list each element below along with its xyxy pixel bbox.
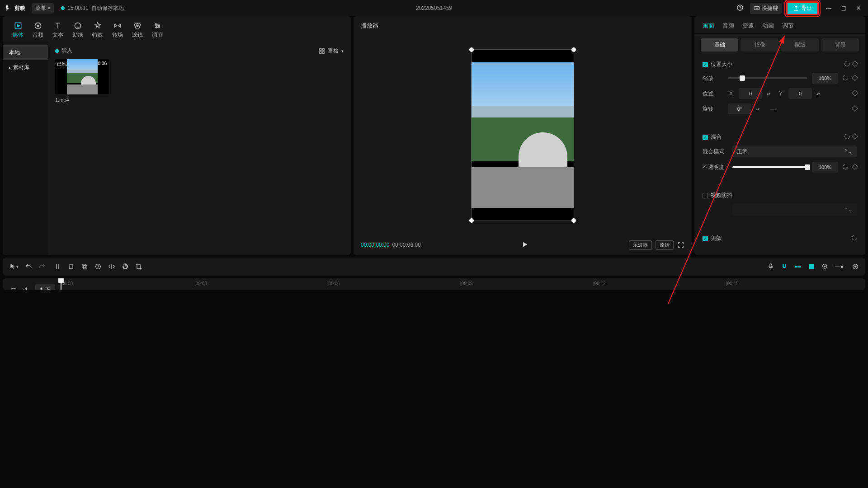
svg-rect-17 — [322, 52, 324, 53]
svg-rect-21 — [82, 264, 86, 268]
tab-audio-label: 音频 — [33, 31, 43, 39]
position-y-input[interactable]: 0 — [788, 88, 812, 99]
tab-transition[interactable]: 转场 — [112, 21, 123, 42]
zoom-out-icon[interactable] — [821, 263, 829, 270]
checkbox-blend[interactable]: ✓ — [703, 135, 708, 140]
opacity-value[interactable]: 100% — [812, 162, 838, 173]
undo-icon[interactable] — [25, 263, 32, 270]
keyframe-icon[interactable] — [853, 61, 857, 68]
blend-mode-select[interactable]: 正常 ⌃⌄ — [732, 145, 857, 157]
original-ratio-button[interactable]: 原始 — [656, 240, 674, 250]
cover-button[interactable]: 封面 — [35, 284, 55, 291]
y-stepper[interactable]: ▴▾ — [816, 92, 823, 96]
svg-rect-2 — [754, 7, 760, 10]
chevron-down-icon: ▾ — [341, 49, 344, 53]
shortcut-button[interactable]: 快捷键 — [750, 3, 782, 14]
sidebar-item-local[interactable]: 本地 — [3, 45, 48, 60]
tab-sticker[interactable]: 贴纸 — [72, 21, 83, 42]
track-toggle-icon[interactable] — [10, 286, 17, 291]
pointer-tool-icon[interactable]: ▾ — [9, 263, 19, 270]
keyframe-scale-icon[interactable] — [853, 75, 857, 81]
play-button[interactable] — [521, 241, 528, 249]
scale-slider[interactable] — [728, 77, 807, 79]
resize-handle-tr[interactable] — [571, 47, 576, 52]
menu-button[interactable]: 菜单 ▾ — [32, 3, 54, 14]
prop-tab-picture[interactable]: 画面 — [703, 22, 714, 30]
prop-tab-speed[interactable]: 变速 — [742, 22, 754, 30]
prop-tab-audio[interactable]: 音频 — [722, 22, 734, 30]
crop-icon[interactable] — [135, 263, 142, 270]
timeline-ruler[interactable]: 00:00 |00:03 |00:06 |00:09 |00:12 |00:15 — [3, 278, 865, 290]
keyframe-position-icon[interactable] — [853, 90, 857, 97]
keyframe-rotate-icon[interactable] — [853, 106, 857, 112]
zoom-fit-icon[interactable] — [852, 263, 859, 270]
tab-adjust[interactable]: 调节 — [152, 21, 163, 42]
help-icon[interactable] — [735, 2, 745, 14]
split-icon[interactable] — [54, 263, 61, 270]
resize-handle-br[interactable] — [571, 218, 576, 223]
oscilloscope-button[interactable]: 示波器 — [629, 240, 652, 250]
tab-audio[interactable]: 音频 — [33, 21, 43, 42]
fullscreen-icon[interactable] — [677, 241, 684, 249]
x-stepper[interactable]: ▴▾ — [767, 92, 773, 96]
resize-handle-tl[interactable] — [469, 47, 474, 52]
rotate-input[interactable]: 0° — [728, 103, 751, 114]
position-x-input[interactable]: 0 — [739, 88, 762, 99]
tab-effect-label: 特效 — [92, 31, 103, 39]
import-button[interactable]: 导入 — [55, 47, 72, 55]
magnet-main-icon[interactable] — [781, 263, 788, 270]
keyframe-blend-icon[interactable] — [853, 134, 857, 141]
prop-tab-adjust[interactable]: 调节 — [782, 22, 794, 30]
tab-effect[interactable]: 特效 — [92, 21, 103, 42]
rotate-reset-icon[interactable]: — — [770, 106, 776, 112]
tab-filter[interactable]: 滤镜 — [132, 21, 143, 42]
maximize-icon[interactable]: ▢ — [839, 3, 849, 13]
mic-icon[interactable] — [767, 263, 774, 270]
preview-axis-icon[interactable] — [808, 263, 815, 270]
tab-media[interactable]: 媒体 — [13, 21, 24, 42]
export-button[interactable]: 导出 — [786, 1, 819, 15]
plus-dot-icon — [55, 49, 59, 53]
scale-label: 缩放 — [703, 75, 723, 82]
checkbox-beauty[interactable]: ✓ — [703, 236, 708, 241]
resize-handle-bl[interactable] — [469, 218, 474, 223]
keyframe-opacity-icon[interactable] — [853, 164, 857, 170]
audio-toggle-icon[interactable] — [23, 286, 30, 291]
reset-icon[interactable] — [844, 61, 850, 68]
rotate-stepper[interactable]: ▴▾ — [756, 107, 762, 111]
minimize-icon[interactable]: — — [823, 3, 834, 13]
reset-opacity-icon[interactable] — [843, 164, 848, 171]
subtab-cutout[interactable]: 抠像 — [741, 38, 778, 52]
time-total: 00:00:06:00 — [392, 242, 420, 248]
view-grid-label: 宫格 — [328, 47, 339, 55]
mirror-icon[interactable] — [108, 263, 115, 270]
opacity-slider[interactable] — [732, 166, 807, 168]
playhead[interactable] — [61, 278, 61, 290]
subtab-background[interactable]: 背景 — [821, 38, 859, 52]
checkbox-stabilize[interactable] — [703, 193, 708, 198]
scale-value[interactable]: 100% — [812, 73, 838, 84]
link-track-icon[interactable] — [794, 263, 802, 270]
sidebar-item-library[interactable]: ▸素材库 — [3, 60, 48, 75]
checkbox-position-size[interactable]: ✓ — [703, 62, 708, 67]
delete-icon[interactable] — [67, 263, 75, 270]
reset-beauty-icon[interactable] — [852, 235, 857, 242]
rotate-icon[interactable] — [122, 263, 129, 270]
player-canvas[interactable] — [471, 49, 574, 221]
redo-icon[interactable] — [38, 263, 46, 270]
media-clip-card[interactable]: 已添加 00:06 1.mp4 — [55, 59, 109, 103]
close-icon[interactable]: ✕ — [854, 3, 863, 13]
reset-blend-icon[interactable] — [844, 134, 850, 141]
reset-scale-icon[interactable] — [843, 75, 848, 82]
ruler-mark: |00:03 — [194, 281, 207, 286]
prop-tab-anim[interactable]: 动画 — [762, 22, 774, 30]
svg-point-6 — [37, 25, 38, 26]
subtab-mask[interactable]: 蒙版 — [781, 38, 819, 52]
tab-text[interactable]: 文本 — [52, 21, 63, 42]
reverse-icon[interactable] — [94, 263, 102, 270]
subtab-basic[interactable]: 基础 — [701, 38, 738, 52]
view-grid-dropdown[interactable]: 宫格 ▾ — [319, 47, 344, 55]
zoom-slider-icon[interactable]: —● — [835, 263, 844, 270]
copy-icon[interactable] — [81, 263, 88, 270]
clip-name: 1.mp4 — [55, 97, 109, 103]
